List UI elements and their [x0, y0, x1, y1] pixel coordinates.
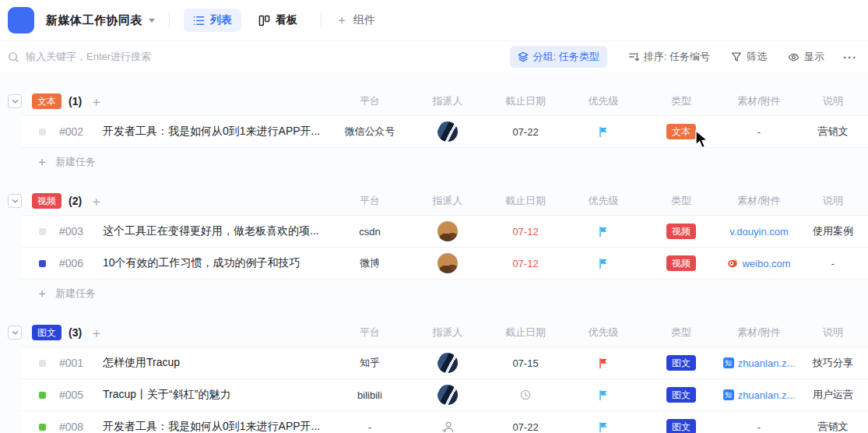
task-row[interactable]: #003 这个工具正在变得更好用，做老板喜欢的项... csdn 07-12 视… [22, 215, 868, 248]
task-title[interactable]: 开发者工具：我是如何从0到1来进行APP开... [103, 125, 331, 139]
cell-assignee[interactable] [409, 121, 487, 142]
cell-material[interactable]: 知zhuanlan.z... [720, 357, 798, 369]
task-row[interactable]: #005 Tracup丨关于“斜杠”的魅力 bilibili 图文 知zhuan… [22, 379, 868, 411]
tab-board-view[interactable]: 看板 [249, 9, 307, 32]
cell-due-date[interactable]: 07-12 [487, 226, 564, 238]
group-by-button[interactable]: 分组: 任务类型 [510, 46, 607, 68]
tab-list-view[interactable]: 列表 [184, 9, 241, 32]
group-add-task-icon[interactable]: ＋ [90, 93, 103, 111]
cell-note[interactable]: - [798, 258, 868, 269]
new-task-button[interactable]: ＋ 新建任务 [0, 148, 868, 176]
cell-assignee[interactable] [409, 253, 487, 273]
search-input[interactable]: 输入关键字，Enter进行搜索 [8, 50, 510, 64]
column-header: 类型 [642, 94, 720, 108]
group-add-task-icon[interactable]: ＋ [90, 324, 103, 342]
task-id: #008 [59, 421, 91, 433]
cell-type[interactable]: 视频 [642, 255, 720, 271]
app-logo[interactable] [8, 7, 34, 33]
material-link[interactable]: 知zhuanlan.z... [723, 357, 796, 369]
cell-material[interactable]: weibo.com [720, 258, 798, 269]
title-dropdown-caret[interactable] [149, 19, 155, 23]
status-square[interactable] [39, 392, 46, 399]
cell-platform[interactable]: - [331, 421, 409, 433]
cell-platform[interactable]: bilibili [331, 389, 409, 401]
cell-material[interactable]: 知zhuanlan.z... [720, 389, 798, 401]
brown-avatar[interactable] [438, 253, 458, 273]
cell-due-date[interactable]: 07-12 [487, 258, 564, 269]
group-add-task-icon[interactable]: ＋ [90, 192, 103, 210]
task-title[interactable]: 这个工具正在变得更好用，做老板喜欢的项... [103, 224, 331, 238]
new-task-button[interactable]: ＋ 新建任务 [0, 280, 868, 308]
cell-type[interactable]: 图文 [642, 419, 720, 433]
cell-assignee[interactable] [409, 385, 487, 405]
collapse-group-toggle[interactable] [8, 194, 22, 208]
cell-note[interactable]: 营销文 [798, 420, 868, 433]
cell-type[interactable]: 视频 [642, 224, 720, 239]
group-by-label: 分组: 任务类型 [533, 50, 599, 64]
cell-assignee[interactable] [409, 420, 487, 433]
task-row[interactable]: #008 开发者工具：我是如何从0到1来进行APP开... - 07-22 图文… [22, 411, 868, 433]
cell-assignee[interactable] [409, 353, 487, 373]
status-square[interactable] [39, 128, 46, 136]
collapse-group-toggle[interactable] [8, 326, 22, 340]
tab-list-label: 列表 [210, 13, 232, 27]
cell-note[interactable]: 使用案例 [798, 224, 868, 238]
add-component-button[interactable]: ＋ 组件 [336, 13, 375, 27]
more-options-button[interactable]: ··· [843, 51, 857, 64]
cell-type[interactable]: 图文 [642, 355, 720, 371]
cell-due-date[interactable] [487, 389, 564, 401]
dark-avatar[interactable] [438, 385, 458, 405]
cell-due-date[interactable]: 07-15 [487, 357, 564, 369]
column-header: 优先级 [564, 326, 642, 340]
cell-platform[interactable]: 微博 [331, 256, 409, 270]
task-row[interactable]: #002 开发者工具：我是如何从0到1来进行APP开... 微信公众号 07-2… [22, 115, 868, 148]
cell-priority[interactable] [564, 126, 642, 138]
cell-platform[interactable]: 微信公众号 [331, 125, 409, 139]
dark-avatar[interactable] [438, 121, 458, 142]
cell-due-date[interactable]: 07-22 [487, 421, 564, 433]
filter-label: 筛选 [747, 50, 767, 64]
status-square[interactable] [39, 228, 46, 235]
filter-button[interactable]: 筛选 [731, 50, 767, 64]
task-row[interactable]: #001 怎样使用Tracup 知乎 07-15 图文 知zhuanlan.z.… [22, 347, 868, 379]
cell-priority[interactable] [564, 258, 642, 269]
cell-note[interactable]: 技巧分享 [798, 356, 868, 370]
cell-material[interactable]: - [720, 421, 798, 433]
status-square[interactable] [39, 424, 46, 431]
task-title[interactable]: Tracup丨关于“斜杠”的魅力 [103, 388, 331, 402]
cell-priority[interactable] [564, 357, 642, 369]
cell-priority[interactable] [564, 226, 642, 238]
cell-due-date[interactable]: 07-22 [487, 126, 564, 138]
task-title[interactable]: 10个有效的工作习惯，成功的例子和技巧 [103, 256, 331, 270]
dark-avatar[interactable] [438, 353, 458, 373]
cell-priority[interactable] [564, 421, 642, 433]
cell-material[interactable]: v.douyin.com [720, 226, 798, 238]
collapse-group-toggle[interactable] [8, 94, 22, 108]
cell-type[interactable]: 文本 [642, 124, 720, 139]
cell-priority[interactable] [564, 389, 642, 401]
status-square[interactable] [39, 260, 46, 267]
status-square[interactable] [39, 360, 46, 367]
task-row[interactable]: #006 10个有效的工作习惯，成功的例子和技巧 微博 07-12 视频 wei… [22, 248, 868, 280]
cell-material[interactable]: - [720, 126, 798, 138]
cell-note[interactable]: 用户运营 [798, 388, 868, 402]
task-group: 图文 (3) ＋ 平台指派人截止日期优先级类型素材/附件说明 #001 怎样使用… [0, 319, 868, 433]
material-link[interactable]: weibo.com [727, 258, 790, 269]
brown-avatar[interactable] [438, 221, 458, 241]
material-link[interactable]: 知zhuanlan.z... [723, 389, 796, 401]
cell-type[interactable]: 图文 [642, 387, 720, 403]
material-link[interactable]: v.douyin.com [729, 226, 789, 238]
cell-assignee[interactable] [409, 221, 487, 241]
sort-button[interactable]: 排序: 任务编号 [628, 50, 710, 64]
display-button[interactable]: 显示 [788, 50, 824, 64]
list-view-icon [193, 15, 205, 26]
column-header: 平台 [331, 326, 409, 340]
cell-note[interactable]: 营销文 [798, 125, 868, 139]
type-badge: 视频 [666, 224, 696, 239]
cell-platform[interactable]: 知乎 [331, 356, 409, 370]
cell-platform[interactable]: csdn [331, 226, 409, 238]
document-title[interactable]: 新媒体工作协同表 [46, 13, 142, 28]
task-title[interactable]: 怎样使用Tracup [103, 356, 331, 370]
task-title[interactable]: 开发者工具：我是如何从0到1来进行APP开... [103, 420, 331, 433]
group-count: (2) [69, 195, 82, 207]
